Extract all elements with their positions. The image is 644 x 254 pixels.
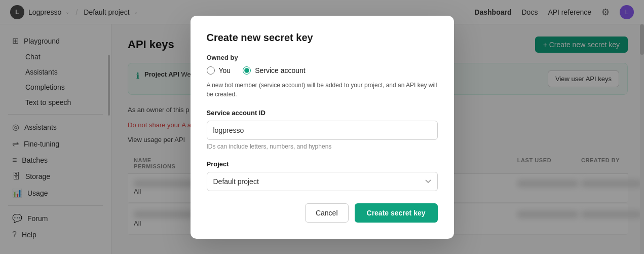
radio-you-label: You bbox=[219, 66, 231, 75]
modal-title: Create new secret key bbox=[207, 32, 438, 44]
cancel-button[interactable]: Cancel bbox=[305, 203, 349, 223]
radio-service-account-label: Service account bbox=[255, 66, 306, 75]
service-account-id-hint: IDs can include letters, numbers, and hy… bbox=[207, 143, 438, 150]
radio-option-service-account[interactable]: Service account bbox=[243, 66, 306, 75]
radio-option-you[interactable]: You bbox=[207, 66, 231, 75]
project-label: Project bbox=[207, 160, 438, 168]
service-account-id-input[interactable] bbox=[207, 121, 438, 140]
service-account-id-group: Service account ID IDs can include lette… bbox=[207, 109, 438, 150]
project-select[interactable]: Default project bbox=[207, 172, 438, 191]
create-secret-key-modal: Create new secret key Owned by You Servi… bbox=[191, 16, 454, 239]
create-secret-key-button[interactable]: Create secret key bbox=[355, 203, 438, 223]
radio-service-account-input[interactable] bbox=[243, 66, 251, 75]
modal-note: A new bot member (service account) will … bbox=[207, 81, 438, 99]
owned-by-label: Owned by bbox=[207, 54, 438, 61]
modal-footer: Cancel Create secret key bbox=[207, 203, 438, 223]
owned-by-radio-group: You Service account bbox=[207, 66, 438, 75]
modal-overlay[interactable]: Create new secret key Owned by You Servi… bbox=[0, 0, 644, 254]
project-group: Project Default project bbox=[207, 160, 438, 191]
radio-you-input[interactable] bbox=[207, 66, 215, 75]
service-account-id-label: Service account ID bbox=[207, 109, 438, 117]
